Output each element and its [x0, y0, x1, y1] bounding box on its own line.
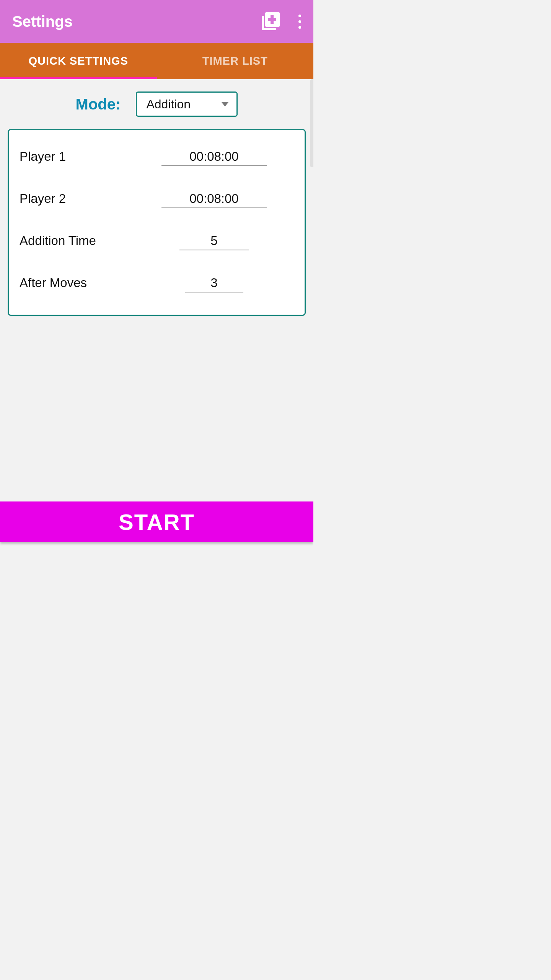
mode-selected-value: Addition — [146, 97, 191, 111]
app-bar: Settings — [0, 0, 313, 43]
player1-label: Player 1 — [20, 149, 134, 164]
scrollbar[interactable] — [310, 79, 313, 167]
player1-time-input[interactable] — [161, 147, 267, 166]
content-area: Mode: Addition Player 1 Player 2 — [0, 79, 313, 501]
app-bar-actions — [260, 11, 304, 32]
svg-rect-2 — [268, 18, 276, 21]
after-moves-row: After Moves — [20, 262, 294, 304]
addition-time-input[interactable] — [179, 231, 249, 250]
start-button[interactable]: START — [0, 501, 313, 542]
mode-select[interactable]: Addition — [136, 91, 238, 117]
chevron-down-icon — [221, 102, 229, 106]
player2-label: Player 2 — [20, 191, 134, 206]
mode-label: Mode: — [76, 96, 121, 113]
overflow-menu-button[interactable] — [295, 11, 304, 32]
addition-time-row: Addition Time — [20, 220, 294, 262]
add-timer-button[interactable] — [260, 11, 281, 32]
after-moves-label: After Moves — [20, 276, 134, 290]
add-to-collection-icon — [260, 11, 281, 32]
tab-label: QUICK SETTINGS — [28, 55, 128, 67]
mode-row: Mode: Addition — [8, 91, 306, 117]
tab-bar: QUICK SETTINGS TIMER LIST — [0, 43, 313, 79]
overflow-menu-icon — [298, 15, 301, 17]
player1-row: Player 1 — [20, 136, 294, 178]
tab-label: TIMER LIST — [202, 55, 268, 67]
tab-timer-list[interactable]: TIMER LIST — [157, 43, 314, 79]
addition-time-label: Addition Time — [20, 234, 134, 248]
player2-row: Player 2 — [20, 178, 294, 220]
start-button-label: START — [119, 509, 195, 535]
tab-quick-settings[interactable]: QUICK SETTINGS — [0, 43, 157, 79]
player2-time-input[interactable] — [161, 189, 267, 208]
page-title: Settings — [12, 13, 260, 30]
after-moves-input[interactable] — [185, 273, 243, 292]
settings-panel: Player 1 Player 2 Addition Time After Mo… — [8, 129, 306, 316]
